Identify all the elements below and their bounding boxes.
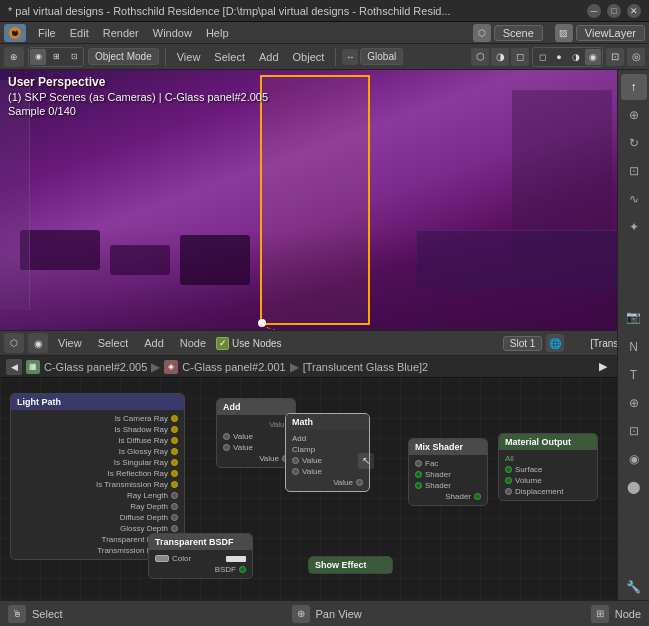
window-title: * pal virtual designs - Rothschild Resid… [8,5,451,17]
math-clamp-label: Clamp [292,444,363,455]
math-header: Math [286,414,369,430]
mode-icon-1[interactable]: ◉ [30,49,46,65]
sidebar-tool-1[interactable]: ↑ [621,74,647,100]
proportional-icon[interactable]: ◎ [627,48,645,66]
vp-view-btn[interactable]: View [172,49,206,65]
breadcrumb-sep-2: ▶ [290,360,299,374]
add-node[interactable]: Add Value Value Value Value [216,398,296,468]
add-value-label: Value [223,418,289,431]
menu-window[interactable]: Window [147,25,198,41]
shader-mesh-icon: ◈ [164,360,178,374]
use-nodes-checkbox[interactable]: ✓ [216,337,229,350]
snap-icon[interactable]: ⊡ [606,48,624,66]
slot-selector[interactable]: Slot 1 [503,336,543,351]
sidebar-tool-3[interactable]: ↻ [621,130,647,156]
show-effect-node[interactable]: Show Effect [308,556,393,574]
menu-help[interactable]: Help [200,25,235,41]
xray-icon[interactable]: ◻ [511,48,529,66]
close-button[interactable]: ✕ [627,4,641,18]
node-tool-3[interactable]: ⊕ [621,390,647,416]
shader-select-btn[interactable]: Select [92,335,135,351]
menu-file[interactable]: File [32,25,62,41]
mix-shader2: Shader [415,480,481,491]
node-tool-5[interactable]: ◉ [621,446,647,472]
maximize-button[interactable]: □ [607,4,621,18]
world-icon[interactable]: 🌐 [546,334,564,352]
material-mode[interactable]: ◑ [568,49,584,65]
furniture-2 [110,245,170,275]
lp-cam-socket [171,415,178,422]
vp-select-btn[interactable]: Select [209,49,250,65]
node-canvas[interactable]: Light Path Is Camera Ray Is Shadow Ray I… [0,378,617,600]
scene-selector[interactable]: Scene [494,25,543,41]
lp-shadow-socket [171,426,178,433]
node-editor[interactable]: Light Path Is Camera Ray Is Shadow Ray I… [0,378,617,600]
viewport-tool-icon[interactable]: ⊕ [4,47,24,67]
material-output-node[interactable]: Material Output All Surface Volume Displ… [498,433,598,501]
render-mode[interactable]: ◉ [585,49,601,65]
add-in1: Value [223,431,289,442]
lp-diffuse: Is Diffuse Ray [17,435,178,446]
mix-shader-node[interactable]: Mix Shader Fac Shader Shader Shader [408,438,488,506]
vp-object-btn[interactable]: Object [288,49,330,65]
lp-diffdepth: Diffuse Depth [17,512,178,523]
transparent-bsdf-node[interactable]: Transparent BSDF Color BSDF [148,533,253,579]
statusbar-center: ⊕ Pan View [292,605,362,623]
menu-edit[interactable]: Edit [64,25,95,41]
node-tool-1[interactable]: N [621,334,647,360]
minimize-button[interactable]: ─ [587,4,601,18]
sidebar-tool-cam[interactable]: 📷 [621,304,647,330]
add-out: Value [223,453,289,464]
math-clamp-node[interactable]: Math Add Clamp Value Value Value ↖ [285,413,370,492]
breadcrumb-item-2: ◈ C-Glass panel#2.001 [164,360,285,374]
lp-camera: Is Camera Ray [17,413,178,424]
node-tool-2[interactable]: T [621,362,647,388]
use-nodes-toggle[interactable]: ✓ Use Nodes [216,337,281,350]
sidebar-tool-4[interactable]: ⊡ [621,158,647,184]
output-displace: Displacement [505,486,591,497]
lp-raylen-socket [171,492,178,499]
shader-view-btn[interactable]: View [52,335,88,351]
node-tool-4[interactable]: ⊡ [621,418,647,444]
lp-shadow: Is Shadow Ray [17,424,178,435]
object-mode-btn[interactable]: Object Mode [88,48,159,65]
output-volume: Volume [505,475,591,486]
viewlayer-selector[interactable]: ViewLayer [576,25,645,41]
mode-icon-3[interactable]: ⊡ [66,49,82,65]
overlay-icon[interactable]: ◑ [491,48,509,66]
add-body: Value Value Value Value [217,415,295,467]
trans-header: Transparent BSDF [149,534,252,550]
mix-body: Fac Shader Shader Shader [409,455,487,505]
vp-add-btn[interactable]: Add [254,49,284,65]
lp-singular: Is Singular Ray [17,457,178,468]
mode-icon-2[interactable]: ⊞ [48,49,64,65]
transform-icon[interactable]: ↔ [342,49,358,65]
sidebar-tool-2[interactable]: ⊕ [621,102,647,128]
math-out-sock [356,479,363,486]
shading-icon[interactable]: ⬡ [471,48,489,66]
node-ctrl-icon: ⊞ [591,605,609,623]
node-wrench-icon[interactable]: 🔧 [621,574,647,600]
window-controls[interactable]: ─ □ ✕ [587,4,641,18]
wire-mode[interactable]: ◻ [534,49,550,65]
trans-color: Color [155,553,246,564]
lp-singular-socket [171,459,178,466]
breadcrumb-forward[interactable]: ▶ [595,359,611,375]
menu-render[interactable]: Render [97,25,145,41]
node-tool-6[interactable]: ⬤ [621,474,647,500]
sidebar-tool-6[interactable]: ✦ [621,214,647,240]
shader-node-btn[interactable]: Node [174,335,212,351]
shader-mode-icon[interactable]: ⬡ [4,333,24,353]
mix-out-sock [474,493,481,500]
breadcrumb-back[interactable]: ◀ [6,359,22,375]
solid-mode[interactable]: ● [551,49,567,65]
trans-out-sock [239,566,246,573]
sidebar-tool-5[interactable]: ∿ [621,186,647,212]
shader-add-btn[interactable]: Add [138,335,170,351]
lp-glossy-socket [171,448,178,455]
pool [417,230,617,290]
shader-nav-icon[interactable]: ◉ [28,333,48,353]
out-displace-sock [505,488,512,495]
global-btn[interactable]: Global [360,48,403,65]
viewport-toolbar: ⊕ ◉ ⊞ ⊡ Object Mode View Select Add Obje… [0,44,649,70]
